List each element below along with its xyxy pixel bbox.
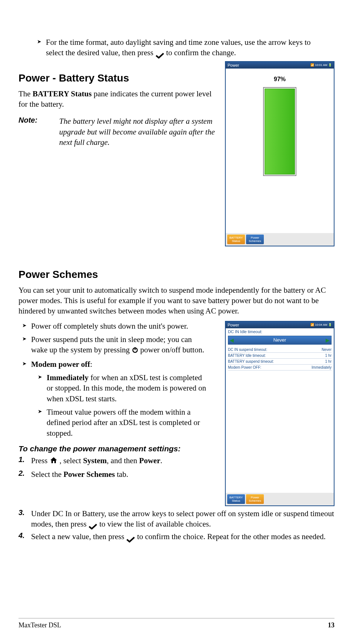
tab-power-schemes[interactable]: Power Schemes xyxy=(246,494,264,504)
step-text: Under DC In or Battery, use the arrow ke… xyxy=(31,508,334,530)
text: Select a new value, then press xyxy=(31,532,126,541)
check-icon xyxy=(155,51,164,57)
row-val: 1 hr xyxy=(325,359,332,364)
check-icon xyxy=(126,535,135,541)
battery-outline xyxy=(263,87,296,176)
battery-status-section: Power - Battery Status The BATTERY Statu… xyxy=(19,61,334,246)
text: . xyxy=(160,456,162,465)
text-bold: Modem power off xyxy=(31,360,90,369)
row-key: BATTERY Idle timeout: xyxy=(228,353,266,358)
text: to view the list of available choices. xyxy=(99,519,211,528)
table-row[interactable]: BATTERY suspend timeout:1 hr xyxy=(228,359,332,365)
page-number: 13 xyxy=(328,621,334,629)
row-val: Never xyxy=(322,348,332,352)
tab-battery-status[interactable]: BATTERY Status xyxy=(227,235,245,244)
bullet-item-nested: ➤ Timeout value powers off the modem wit… xyxy=(38,407,218,438)
step-number: 1. xyxy=(19,455,31,467)
screenshot-battery-status: Power 📶 10:01 AM 🔋 97% BATTERY Status Po… xyxy=(225,61,334,246)
bullet-item: ➤ For the time format, auto daylight sav… xyxy=(37,37,334,58)
select-dc-in-idle[interactable]: ◀ Never ▶ xyxy=(228,336,332,345)
arrowhead-icon: ➤ xyxy=(38,374,42,404)
battery-fill xyxy=(265,89,295,175)
text: : xyxy=(90,360,92,369)
chevron-left-icon[interactable]: ◀ xyxy=(230,337,234,343)
battery-percent: 97% xyxy=(226,76,334,83)
text-bold: Power xyxy=(139,456,160,465)
paragraph: You can set your unit to automatically s… xyxy=(19,285,334,316)
text-bold: BATTERY Status xyxy=(33,89,92,98)
arrowhead-icon: ➤ xyxy=(22,336,27,356)
bullet-item: ➤ Power off completely shuts down the un… xyxy=(22,321,218,331)
screenshot-header: Power 📶 10:01 AM 🔋 xyxy=(226,62,334,69)
text: to confirm the change. xyxy=(166,48,236,57)
note: Note: The battery level might not displa… xyxy=(19,116,218,147)
step-2: 2. Select the Power Schemes tab. xyxy=(19,469,218,479)
arrowhead-icon: ➤ xyxy=(22,322,27,331)
select-value: Never xyxy=(273,337,286,343)
check-icon xyxy=(88,522,97,528)
note-text: The battery level might not display afte… xyxy=(59,116,218,147)
step-number: 3. xyxy=(19,508,31,530)
row-val: 1 hr xyxy=(325,353,332,358)
screenshot-tabs: BATTERY Status Power Schemes xyxy=(226,493,334,505)
paragraph: The BATTERY Status pane indicates the cu… xyxy=(19,89,218,110)
table-row[interactable]: Modem Power OFF:Immediately xyxy=(228,365,332,371)
text: The xyxy=(19,89,33,98)
bullet-item: ➤ Power suspend puts the unit in sleep m… xyxy=(22,334,218,356)
step-4: 4. Select a new value, then press to con… xyxy=(19,531,334,542)
text: Press xyxy=(31,456,50,465)
field-label: DC IN Idle timeout: xyxy=(226,328,334,335)
text: tab. xyxy=(115,470,128,479)
table-row[interactable]: BATTERY Idle timeout:1 hr xyxy=(228,353,332,359)
instructions-heading: To change the power management settings: xyxy=(19,444,218,453)
note-label: Note: xyxy=(19,116,59,147)
text: power on/off button. xyxy=(140,345,204,354)
text: , select xyxy=(60,456,83,465)
row-key: Modem Power OFF: xyxy=(228,365,261,369)
step-1: 1. Press , select System, and then Power… xyxy=(19,455,218,467)
screenshot-tabs: BATTERY Status Power Schemes xyxy=(226,233,334,246)
text: , and then xyxy=(107,456,139,465)
screenshot-title: Power xyxy=(228,63,239,67)
bullet-text: Timeout value powers off the modem withi… xyxy=(47,407,210,438)
table-row[interactable]: DC IN suspend timeout:Never xyxy=(228,347,332,353)
page-footer: MaxTester DSL 13 xyxy=(19,618,334,629)
text-bold: Immediately xyxy=(47,373,88,382)
screenshot-time: 📶 10:01 AM 🔋 xyxy=(310,63,332,67)
footer-left: MaxTester DSL xyxy=(19,621,61,629)
step-number: 4. xyxy=(19,531,31,542)
bullet-text: Power off completely shuts down the unit… xyxy=(31,321,188,331)
tab-battery-status[interactable]: BATTERY Status xyxy=(227,494,245,504)
step-text: Select the Power Schemes tab. xyxy=(31,469,128,479)
text: Select the xyxy=(31,470,63,479)
bullet-text: For the time format, auto daylight savin… xyxy=(46,37,327,58)
home-icon xyxy=(50,456,58,467)
bullet-text: Immediately for when an xDSL test is com… xyxy=(47,372,210,404)
arrowhead-icon: ➤ xyxy=(38,408,42,438)
text-bold: System xyxy=(83,456,107,465)
power-icon xyxy=(132,345,138,356)
row-key: BATTERY suspend timeout: xyxy=(228,359,274,364)
tab-power-schemes[interactable]: Power Schemes xyxy=(246,235,264,244)
text-bold: Power Schemes xyxy=(63,470,115,479)
schemes-section: ➤ Power off completely shuts down the un… xyxy=(19,321,334,506)
bullet-item: ➤ Modem power off: xyxy=(22,359,218,369)
screenshot-header: Power 📶 10:04 AM 🔋 xyxy=(226,322,334,328)
screenshot-title: Power xyxy=(228,323,239,327)
bullet-text: Modem power off: xyxy=(31,359,92,369)
row-val: Immediately xyxy=(312,365,332,369)
screenshot-power-schemes: Power 📶 10:04 AM 🔋 DC IN Idle timeout: ◀… xyxy=(225,321,334,506)
step-text: Press , select System, and then Power. xyxy=(31,455,162,467)
heading-power-schemes: Power Schemes xyxy=(19,269,334,280)
heading-battery-status: Power - Battery Status xyxy=(19,72,218,84)
step-number: 2. xyxy=(19,469,31,479)
page-content: ➤ For the time format, auto daylight sav… xyxy=(19,37,334,542)
settings-table: DC IN suspend timeout:Never BATTERY Idle… xyxy=(228,347,332,371)
text: to confirm the choice. Repeat for the ot… xyxy=(137,532,326,541)
bullet-item-nested: ➤ Immediately for when an xDSL test is c… xyxy=(38,372,218,404)
row-key: DC IN suspend timeout: xyxy=(228,348,267,352)
arrowhead-icon: ➤ xyxy=(37,39,41,58)
bullet-text: Power suspend puts the unit in sleep mod… xyxy=(31,334,210,356)
step-3: 3. Under DC In or Battery, use the arrow… xyxy=(19,508,334,530)
chevron-right-icon[interactable]: ▶ xyxy=(326,337,330,343)
